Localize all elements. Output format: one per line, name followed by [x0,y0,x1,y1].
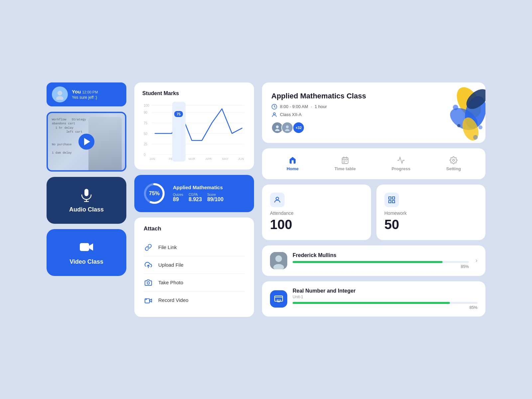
upload-file-item[interactable]: Upload File [144,256,245,274]
chart-area: 75 100 90 75 50 25 0 [142,102,246,162]
camera-icon [144,278,153,287]
cgpa-label: CGPA [189,193,202,197]
avatar-2 [281,122,293,134]
svg-point-0 [58,91,62,95]
frederick-name: Frederick Mullins [293,252,469,258]
svg-rect-56 [392,197,395,199]
score-value: 89/100 [207,197,223,202]
clock-icon [271,104,277,110]
video-thumbnail[interactable]: Workflow Strategyabandons cart 1 hr dela… [47,112,126,172]
tab-home-label: Home [287,166,299,171]
user-icon [271,112,277,118]
homework-icon-wrap [384,193,399,207]
svg-text:50: 50 [144,132,147,135]
quizes-value: 89 [173,197,183,202]
svg-point-35 [286,125,289,128]
svg-text:MAR: MAR [189,157,195,160]
chevron-right-icon: › [475,257,477,264]
svg-point-30 [146,299,147,300]
middle-column: Student Marks 75 100 90 75 50 25 0 [134,82,254,317]
class-card: Applied Mathematics Class 8:00 - 9:00 AM… [262,82,485,143]
attach-card: Attach File Link U [134,217,254,317]
stats-subject: Applied Mathematics [173,185,223,190]
svg-point-45 [473,135,478,140]
svg-point-44 [457,124,461,127]
tab-progress-label: Progress [392,166,410,171]
subject-card[interactable]: 2+1 Real Number and Integer Unit-1 85% [262,281,485,317]
svg-text:JUN: JUN [238,157,244,160]
svg-point-28 [147,282,149,284]
chat-name: You [72,89,81,94]
tab-home[interactable]: Home [281,154,304,174]
svg-point-34 [275,129,279,131]
svg-point-42 [453,105,458,110]
svg-rect-57 [389,200,391,203]
chat-message: Yes sure jeff :) [72,95,98,100]
subject-info: Real Number and Integer Unit-1 85% [293,288,477,310]
svg-text:MAY: MAY [222,157,228,160]
audio-class-label: Audio Class [69,206,104,213]
quizes-stat: Quizes 89 [173,193,183,202]
calendar-icon [341,156,349,164]
svg-text:100: 100 [144,103,149,107]
homework-label: Homework [384,210,477,216]
settings-icon [450,156,458,164]
frederick-progress-bar [293,261,469,263]
cgpa-stat: CGPA 8.923 [189,193,202,202]
chart-title: Student Marks [142,90,246,96]
file-link-item[interactable]: File Link [144,239,245,256]
attendance-label: Attendance [270,210,363,216]
svg-point-1 [56,96,64,100]
tab-timetable-label: Time table [334,166,356,171]
chat-bubble: You 12:00 PM Yes sure jeff :) [47,82,126,106]
tab-timetable[interactable]: Time table [329,154,361,174]
svg-text:2+1: 2+1 [277,299,281,302]
progress-percentage: 75% [142,182,166,205]
frederick-pct: 85% [293,264,469,269]
attendance-icon [273,196,281,204]
microphone-icon [79,188,94,202]
tab-progress[interactable]: Progress [386,154,416,174]
class-duration: 1 hour [315,104,327,109]
svg-point-36 [285,129,289,131]
circular-progress: 75% [142,182,166,205]
record-video-item[interactable]: Record Video [144,291,245,309]
attach-title: Attach [144,225,245,232]
applied-math-stats-card: 75% Applied Mathematics Quizes 89 CGPA 8… [134,175,254,212]
video-class-button[interactable]: Video Class [47,229,126,276]
chart-peak-label: 75 [174,111,183,117]
svg-text:0: 0 [144,153,146,156]
homework-card: Homework 50 [376,185,485,240]
stats-row: Attendance 100 Homework 50 [262,185,485,240]
svg-point-43 [478,125,482,129]
svg-rect-5 [80,243,89,251]
upload-file-label: Upload File [158,262,184,268]
frederick-mullins-card[interactable]: Frederick Mullins 85% › [262,245,485,276]
subject-progress-bar [293,302,477,304]
avatar-count: +32 [293,122,305,134]
class-separator: · [311,104,312,109]
stats-details: Quizes 89 CGPA 8.923 Score 89/100 [173,193,223,202]
svg-point-32 [273,113,275,115]
attendance-value: 100 [270,217,363,232]
left-column: You 12:00 PM Yes sure jeff :) Workflow S… [47,82,126,317]
file-link-label: File Link [158,244,177,250]
score-stat: Score 89/100 [207,193,223,202]
svg-point-60 [275,255,282,262]
take-photo-item[interactable]: Take Photo [144,274,245,291]
homework-icon [388,196,396,204]
attendance-icon-wrap [270,193,285,207]
audio-class-button[interactable]: Audio Class [47,177,126,224]
svg-rect-2 [84,189,88,196]
class-time: 8:00 - 9:00 AM [280,104,308,109]
student-marks-card: Student Marks 75 100 90 75 50 25 0 [134,82,254,170]
svg-rect-58 [392,200,395,203]
tab-setting[interactable]: Setting [441,154,466,174]
class-decoration [432,82,485,142]
chart-highlight [172,102,186,162]
svg-text:25: 25 [144,142,147,146]
class-name: Class XII-A [280,112,302,117]
frederick-avatar [270,252,287,269]
play-button[interactable] [78,134,94,150]
frederick-info: Frederick Mullins 85% [293,252,469,269]
